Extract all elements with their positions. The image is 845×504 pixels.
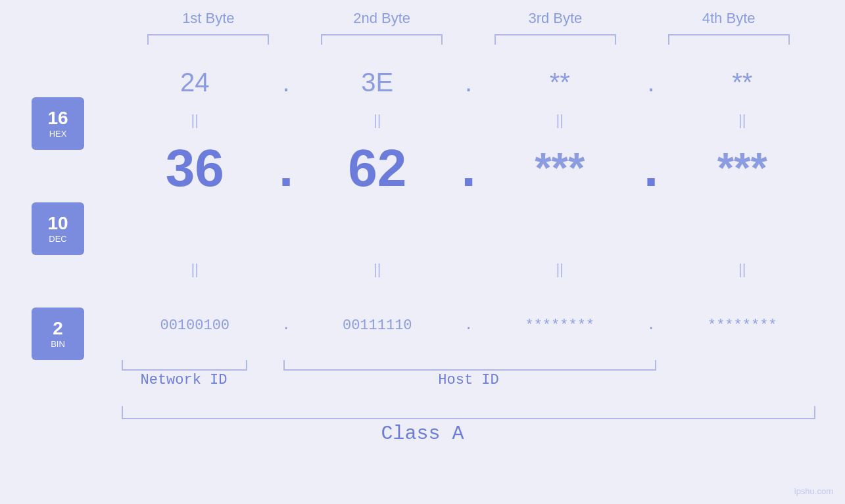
bracket-byte1 <box>147 34 269 45</box>
top-brackets <box>122 34 815 45</box>
hex-dot1: . <box>268 68 304 97</box>
bin-badge-num: 2 <box>53 319 63 339</box>
class-label: Class A <box>0 423 845 445</box>
bracket-gap2 <box>656 360 692 371</box>
bin-row: 00100100 . 00111110 . ******** . *******… <box>122 306 815 345</box>
network-id-label: Network ID <box>122 372 246 388</box>
bracket-byte2 <box>321 34 443 45</box>
hex-b4: ** <box>669 68 816 97</box>
hex-b1: 24 <box>122 68 268 97</box>
equals-row-2: || || || || <box>122 256 815 283</box>
dec-dot1: . <box>268 138 304 198</box>
hex-badge-unit: HEX <box>49 129 67 139</box>
byte4-header: 4th Byte <box>656 10 801 27</box>
label-gap1 <box>246 372 282 388</box>
bin-dot2: . <box>450 317 487 334</box>
dec-badge-unit: DEC <box>49 234 66 244</box>
bin-badge: 2 BIN <box>32 308 84 360</box>
equals-row-1: || || || || <box>122 107 815 133</box>
id-labels: Network ID Host ID <box>122 372 815 388</box>
bottom-brackets <box>122 360 815 371</box>
bin-b1: 00100100 <box>122 317 268 334</box>
eq2-b1: || <box>122 261 268 278</box>
hex-badge-num: 16 <box>47 108 68 129</box>
bin-b3: ******** <box>487 317 633 334</box>
bracket-gap1 <box>247 360 283 371</box>
eq1-b2: || <box>304 112 451 129</box>
bin-badge-unit: BIN <box>51 339 65 349</box>
host-bracket <box>283 360 656 371</box>
byte1-header: 1st Byte <box>136 10 281 27</box>
bracket-byte3 <box>495 34 616 45</box>
eq1-b3: || <box>487 112 633 129</box>
hex-dot3: . <box>633 68 669 97</box>
page-container: 1st Byte 2nd Byte 3rd Byte 4th Byte 16 H… <box>0 0 845 504</box>
label-gap2 <box>655 372 691 388</box>
eq1-b4: || <box>669 112 816 129</box>
dec-row: 36 . 62 . *** . *** <box>122 133 815 202</box>
dec-b3: *** <box>487 143 633 193</box>
hex-row: 24 . 3E . ** . ** <box>122 58 815 107</box>
dec-b2: 62 <box>304 138 451 198</box>
eq2-b3: || <box>487 261 633 278</box>
bin-dot1: . <box>268 317 304 334</box>
dec-b1: 36 <box>122 138 268 198</box>
eq2-b4: || <box>669 261 816 278</box>
class-bracket <box>122 406 815 419</box>
dec-dot2: . <box>450 138 487 198</box>
byte-headers: 1st Byte 2nd Byte 3rd Byte 4th Byte <box>122 10 815 27</box>
hex-badge: 16 HEX <box>32 97 84 150</box>
dec-b4: *** <box>669 143 816 193</box>
eq2-b2: || <box>304 261 451 278</box>
network-bracket <box>122 360 247 371</box>
watermark: ipshu.com <box>794 486 833 496</box>
bin-b2: 00111110 <box>304 317 451 334</box>
bin-b4: ******** <box>669 317 816 334</box>
label-fill <box>691 372 815 388</box>
dec-badge-num: 10 <box>47 214 68 234</box>
host-id-label: Host ID <box>282 372 655 388</box>
byte3-header: 3rd Byte <box>483 10 627 27</box>
dec-dot3: . <box>633 138 669 198</box>
hex-b2: 3E <box>304 68 451 97</box>
byte2-header: 2nd Byte <box>310 10 454 27</box>
bracket-byte4 <box>668 34 790 45</box>
hex-b3: ** <box>487 68 633 97</box>
eq1-b1: || <box>122 112 268 129</box>
bin-dot3: . <box>633 317 669 334</box>
hex-dot2: . <box>450 68 487 97</box>
dec-badge: 10 DEC <box>32 202 84 255</box>
